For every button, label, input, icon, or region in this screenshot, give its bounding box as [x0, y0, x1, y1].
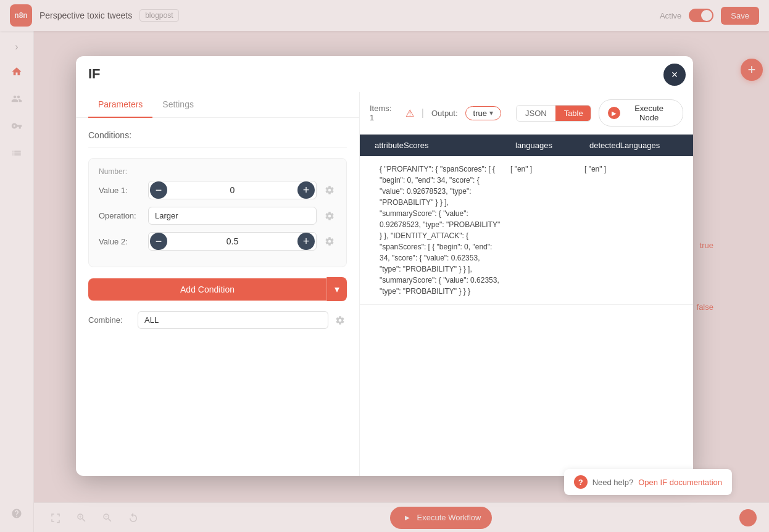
view-tab-group: JSON Table	[516, 105, 591, 122]
modal-body: Parameters Settings Conditions: Number: …	[76, 92, 693, 476]
add-condition-button[interactable]: Add Condition	[88, 278, 326, 301]
left-panel: Parameters Settings Conditions: Number: …	[76, 92, 360, 476]
modal-header: IF ×	[76, 56, 693, 92]
value1-decrement[interactable]: −	[150, 181, 167, 199]
divider	[88, 148, 347, 148]
output-badge-arrow: ▾	[489, 109, 493, 117]
conditions-label: Conditions:	[88, 130, 347, 140]
value1-input[interactable]	[167, 185, 297, 195]
td-languages: [ "en" ]	[505, 164, 580, 175]
help-link[interactable]: Open IF documentation	[638, 478, 722, 487]
warning-icon: ⚠	[405, 107, 414, 119]
td-detected-languages: [ "en" ]	[580, 164, 678, 175]
left-panel-content: Conditions: Number: Value 1: − +	[76, 118, 359, 476]
value2-input-group: − +	[148, 232, 317, 251]
value2-increment[interactable]: +	[297, 233, 315, 250]
add-condition-row: Add Condition ▾	[88, 277, 347, 301]
help-bar: ? Need help? Open IF documentation	[564, 469, 732, 495]
output-value-badge[interactable]: true ▾	[465, 106, 501, 120]
output-value-text: true	[473, 109, 487, 118]
items-label: Items: 1	[370, 104, 398, 122]
value1-gear-icon[interactable]	[323, 183, 336, 197]
combine-select-wrap: ALL ANY	[138, 311, 347, 329]
combine-row: Combine: ALL ANY	[88, 311, 347, 329]
tab-settings[interactable]: Settings	[152, 92, 204, 118]
help-icon: ?	[574, 475, 588, 489]
tab-parameters[interactable]: Parameters	[88, 92, 152, 118]
table-row: { "PROFANITY": { "spanScores": [ { "begi…	[360, 156, 693, 305]
execute-node-play-icon: ▶	[608, 107, 620, 119]
value2-label: Value 2:	[99, 237, 142, 246]
value1-row: Value 1: − +	[99, 181, 336, 199]
operation-select[interactable]: Larger Smaller Equal Not Equal	[148, 207, 317, 225]
combine-label: Combine:	[88, 315, 131, 325]
right-panel: Items: 1 ⚠ | Output: true ▾ JSON Table ▶	[360, 92, 693, 476]
close-button[interactable]: ×	[663, 64, 686, 86]
help-text: Need help?	[592, 478, 634, 487]
table-header: attributeScores languages detectedLangua…	[360, 135, 693, 156]
if-node-modal: IF × Parameters Settings Conditions: Num…	[76, 56, 693, 476]
json-view-tab[interactable]: JSON	[517, 106, 555, 121]
table-view-tab[interactable]: Table	[555, 106, 592, 121]
operation-row: Operation: Larger Smaller Equal Not Equa…	[99, 207, 336, 225]
value2-gear-icon[interactable]	[323, 235, 336, 248]
modal-title: IF	[88, 66, 101, 82]
th-detected-languages: detectedLanguages	[584, 141, 683, 150]
tab-bar: Parameters Settings	[76, 92, 359, 118]
condition-group: Number: Value 1: − +	[88, 158, 347, 267]
value2-row: Value 2: − +	[99, 232, 336, 251]
operation-label: Operation:	[99, 211, 142, 220]
operation-gear-icon[interactable]	[323, 209, 336, 223]
number-label: Number:	[99, 167, 336, 176]
value2-decrement[interactable]: −	[150, 233, 167, 250]
combine-select[interactable]: ALL ANY	[138, 311, 328, 329]
value1-increment[interactable]: +	[297, 181, 315, 199]
pipe-separator: |	[422, 107, 424, 118]
data-table: attributeScores languages detectedLangua…	[360, 135, 693, 476]
th-languages: languages	[510, 141, 584, 150]
value1-label: Value 1:	[99, 186, 142, 195]
th-attribute-scores: attributeScores	[370, 141, 510, 150]
modal-overlay: IF × Parameters Settings Conditions: Num…	[0, 0, 769, 532]
execute-node-button[interactable]: ▶ Execute Node	[599, 99, 683, 127]
output-bar: Items: 1 ⚠ | Output: true ▾ JSON Table ▶	[360, 92, 693, 135]
value1-input-group: − +	[148, 181, 317, 199]
combine-gear-icon[interactable]	[333, 314, 347, 327]
td-attribute-scores: { "PROFANITY": { "spanScores": [ { "begi…	[375, 164, 505, 297]
value2-input[interactable]	[167, 236, 297, 246]
output-label: Output:	[431, 109, 458, 118]
add-condition-dropdown[interactable]: ▾	[326, 277, 347, 301]
